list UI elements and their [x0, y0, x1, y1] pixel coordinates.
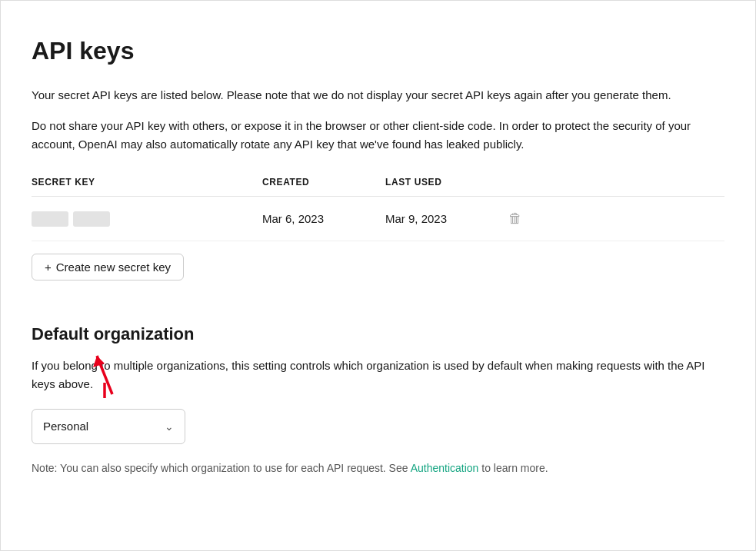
key-value: [32, 211, 262, 227]
org-dropdown[interactable]: Personal ⌄: [32, 409, 185, 444]
key-masked-group-1: [32, 211, 68, 227]
create-button-label: Create new secret key: [56, 261, 171, 274]
plus-icon: +: [45, 261, 52, 274]
col-actions: [508, 175, 555, 190]
description-2: Do not share your API key with others, o…: [32, 117, 724, 154]
page-container: API keys Your secret API keys are listed…: [0, 0, 756, 551]
delete-key-button[interactable]: 🗑: [508, 207, 555, 230]
col-created: CREATED: [262, 175, 385, 190]
create-secret-key-button[interactable]: + Create new secret key: [32, 254, 184, 280]
note-text: Note: You can also specify which organiz…: [32, 460, 724, 476]
chevron-down-icon: ⌄: [165, 418, 174, 435]
col-secret-key: SECRET KEY: [32, 175, 262, 190]
table-header: SECRET KEY CREATED LAST USED: [32, 175, 724, 197]
default-org-description: If you belong to multiple organizations,…: [32, 357, 724, 393]
default-org-title: Default organization: [32, 320, 724, 347]
description-1: Your secret API keys are listed below. P…: [32, 86, 724, 105]
api-keys-table: SECRET KEY CREATED LAST USED Mar 6, 2023…: [32, 175, 724, 241]
last-used-date: Mar 9, 2023: [385, 210, 508, 228]
authentication-link[interactable]: Authentication: [411, 462, 479, 474]
key-masked-group-2: [73, 211, 110, 227]
page-title: API keys: [32, 32, 724, 71]
table-row: Mar 6, 2023 Mar 9, 2023 🗑: [32, 197, 724, 241]
created-date: Mar 6, 2023: [262, 210, 385, 228]
default-org-section: Default organization If you belong to mu…: [32, 320, 724, 477]
col-last-used: LAST USED: [385, 175, 508, 190]
org-dropdown-value: Personal: [43, 417, 88, 436]
